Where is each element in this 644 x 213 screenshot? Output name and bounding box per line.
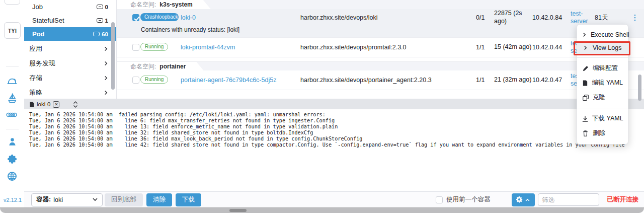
restarts-cell: 21 (32m ago)	[494, 76, 532, 84]
menu-item[interactable]: 编辑配置	[577, 61, 628, 76]
rke-templates-icon[interactable]	[6, 108, 19, 121]
log-line: Tue, Jan 6 2026 10:54:00 am failed parsi…	[29, 112, 644, 118]
menu-item[interactable]: 克隆	[577, 90, 628, 105]
sidebar-item-pod[interactable]: Pod 60	[24, 27, 116, 41]
sidebar-group-label: 策略	[29, 88, 42, 97]
rail-cluster-icons	[0, 75, 24, 121]
copy-icon	[582, 95, 589, 101]
sidebar-item-label: StatefulSet	[32, 17, 64, 24]
view-logs-annotation	[574, 41, 630, 55]
ready-cell: 1/1	[476, 44, 494, 51]
status-badge: Running	[140, 43, 168, 51]
image-cell: harbor.zhxx.site/devops/promtail:2.3.0	[300, 44, 476, 51]
state-cell: Crashloopback...	[140, 13, 181, 23]
count-icon	[97, 18, 103, 23]
cluster-avatar-partial[interactable]	[5, 0, 20, 5]
log-tab-loki-0[interactable]: loki-0 ✕	[30, 101, 59, 108]
sidebar-group-label: 应用	[29, 44, 42, 53]
connection-status: 已断开连接	[607, 195, 639, 204]
container-select[interactable]: 容器: loki	[31, 193, 103, 206]
sidebar-item-job[interactable]: Job 0	[24, 0, 116, 14]
filter-input[interactable]	[538, 193, 599, 206]
chevron-right-icon	[104, 90, 108, 95]
rail-admin-icons	[0, 135, 24, 182]
sidebar-group[interactable]: 应用	[24, 42, 116, 55]
gear-icon	[516, 196, 523, 203]
menu-item-label: 删除	[593, 129, 605, 137]
state-cell: Running	[140, 76, 181, 85]
file-icon	[30, 102, 34, 107]
pod-ip-cell: 10.42.0.84	[532, 14, 571, 21]
extensions-icon[interactable]	[6, 153, 19, 165]
log-tab-label: loki-0	[37, 101, 50, 107]
page-scrollbar-thumb[interactable]	[638, 75, 641, 101]
sidebar-scrollbar[interactable]	[111, 22, 115, 90]
checkbox-icon	[436, 196, 443, 203]
download-button[interactable]: 下载	[176, 193, 201, 206]
namespace-label: 命名空间:	[130, 1, 156, 9]
trash-icon	[582, 130, 589, 136]
sidebar-group[interactable]: 策略	[24, 86, 116, 99]
pod-name-link[interactable]: loki-promtail-44zvm	[181, 44, 300, 51]
chevron-right-icon	[104, 46, 108, 51]
close-icon[interactable]: ✕	[53, 101, 59, 108]
pod-list: 命名空间: k3s-system Crashloopback... loki-0…	[117, 0, 644, 99]
namespace-tab: 命名空间: portainer	[117, 62, 204, 70]
pod-ip-cell: 10.42.0.47	[532, 77, 571, 84]
menu-item[interactable]: Execute Shell	[577, 28, 628, 41]
menu-item-label: 编辑配置	[593, 64, 618, 73]
menu-item-label: 克隆	[593, 93, 605, 102]
sidebar-group[interactable]: 服务发现	[24, 56, 116, 70]
pod-name-link[interactable]: loki-0	[181, 14, 300, 21]
namespace-label: 命名空间:	[130, 62, 156, 71]
users-icon[interactable]	[6, 135, 19, 148]
restarts-cell: 22875 (2s ago)	[494, 10, 532, 25]
file-icon	[582, 80, 588, 86]
pod-name-link[interactable]: portainer-agent-76c79b4c6c-5dj5z	[181, 77, 300, 84]
resource-count: 60	[93, 31, 108, 37]
chevron-right-icon	[582, 32, 587, 37]
node-link[interactable]: test-server	[571, 10, 595, 25]
age-cell: 81天	[595, 14, 626, 22]
row-checkbox[interactable]	[132, 44, 139, 51]
menu-item[interactable]: 编辑 YAML	[577, 76, 628, 90]
namespace-tab: 命名空间: k3s-system	[117, 0, 211, 9]
table-row: Crashloopback... loki-0 harbor.zhxx.site…	[117, 9, 644, 38]
log-panel-header: loki-0 ✕	[24, 99, 644, 109]
sidebar-group[interactable]: 存储	[24, 71, 116, 85]
namespace-name: k3s-system	[159, 1, 192, 8]
sidebar-group-label: 存储	[29, 74, 42, 83]
sidebar: Job 0 StatefulSet 1 Pod 60 应用 服务发现 存储 策略…	[24, 0, 117, 99]
log-line: Tue, Jan 6 2026 10:54:00 am line 42: fie…	[29, 142, 644, 148]
row-checkbox[interactable]	[132, 77, 139, 84]
image-cell: harbor.zhxx.site/devops/loki	[300, 14, 476, 21]
horizontal-scrollbar-thumb[interactable]	[229, 209, 247, 212]
clear-button[interactable]: 清除	[146, 193, 172, 206]
pod-ip-cell: 10.42.0.44	[532, 44, 571, 51]
global-settings-icon[interactable]	[6, 170, 19, 182]
kebab-menu-icon[interactable]: ⋮	[626, 13, 644, 22]
ready-cell: 0/1	[476, 14, 494, 21]
status-badge: Crashloopback...	[140, 13, 179, 21]
menu-item[interactable]: 下载 YAML	[577, 111, 628, 126]
row-checkbox[interactable]	[132, 14, 139, 21]
sidebar-item-label: Job	[32, 3, 43, 11]
sort-toggle-icon[interactable]	[73, 101, 78, 108]
log-line: Tue, Jan 6 2026 10:54:00 am line 13: fie…	[29, 124, 644, 130]
menu-item[interactable]: 删除	[577, 126, 628, 140]
log-output: Tue, Jan 6 2026 10:54:00 am failed parsi…	[24, 109, 644, 148]
table-row: Running loki-promtail-44zvm harbor.zhxx.…	[117, 38, 644, 57]
pencil-icon	[582, 65, 589, 72]
sidebar-item-label: Pod	[32, 30, 45, 38]
cluster-avatar[interactable]: TYI	[4, 22, 21, 39]
previous-container-checkbox[interactable]: 使用前一个容器	[436, 195, 491, 204]
back-to-bottom-button[interactable]: 回到底部	[105, 193, 143, 206]
window-bottom-edge	[0, 207, 644, 213]
namespace-name: portainer	[159, 63, 186, 70]
sidebar-item-statefulset[interactable]: StatefulSet 1	[24, 14, 116, 27]
version-link[interactable]: v2.12.1	[4, 197, 22, 203]
log-settings-button[interactable]	[512, 193, 535, 206]
cluster-manager-icon[interactable]	[6, 75, 19, 88]
download-icon	[582, 116, 588, 122]
fleet-icon[interactable]	[6, 92, 19, 104]
